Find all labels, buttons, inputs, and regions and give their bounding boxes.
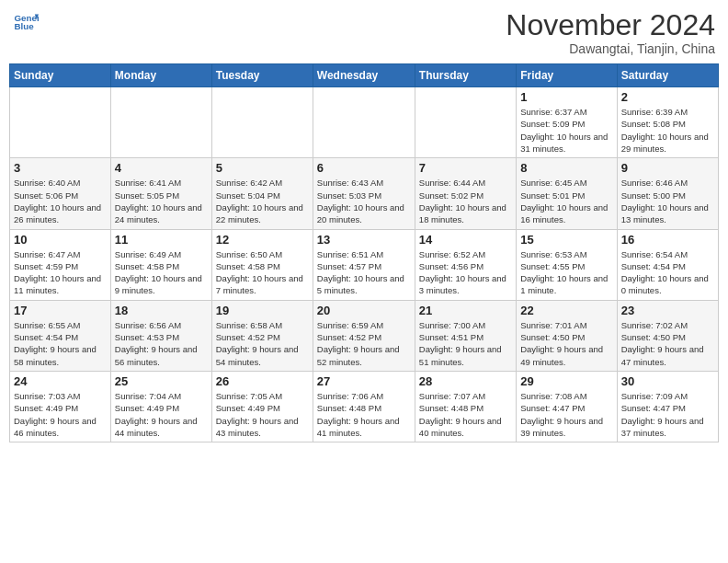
- calendar-day-cell: 16Sunrise: 6:54 AMSunset: 4:54 PMDayligh…: [617, 229, 718, 300]
- calendar-week-row: 10Sunrise: 6:47 AMSunset: 4:59 PMDayligh…: [10, 229, 719, 300]
- day-number: 1: [520, 90, 612, 104]
- day-number: 17: [14, 304, 107, 317]
- day-info: Sunrise: 6:42 AMSunset: 5:04 PMDaylight:…: [216, 177, 309, 225]
- calendar-day-cell: 20Sunrise: 6:59 AMSunset: 4:52 PMDayligh…: [313, 300, 415, 371]
- day-number: 19: [216, 304, 309, 317]
- day-number: 11: [115, 233, 208, 247]
- day-info: Sunrise: 6:37 AMSunset: 5:09 PMDaylight:…: [520, 106, 612, 155]
- day-info: Sunrise: 6:55 AMSunset: 4:54 PMDaylight:…: [14, 319, 107, 368]
- day-info: Sunrise: 6:41 AMSunset: 5:05 PMDaylight:…: [115, 177, 208, 225]
- day-info: Sunrise: 6:44 AMSunset: 5:02 PMDaylight:…: [419, 177, 512, 225]
- day-info: Sunrise: 6:52 AMSunset: 4:56 PMDaylight:…: [419, 248, 512, 297]
- day-number: 24: [14, 374, 107, 388]
- day-info: Sunrise: 6:54 AMSunset: 4:54 PMDaylight:…: [621, 248, 714, 297]
- day-info: Sunrise: 6:47 AMSunset: 4:59 PMDaylight:…: [14, 248, 107, 297]
- day-number: 13: [317, 233, 411, 247]
- day-number: 2: [621, 90, 714, 104]
- day-number: 20: [317, 304, 411, 317]
- calendar-day-cell: 1Sunrise: 6:37 AMSunset: 5:09 PMDaylight…: [517, 87, 617, 158]
- day-info: Sunrise: 7:03 AMSunset: 4:49 PMDaylight:…: [14, 390, 107, 439]
- day-number: 26: [216, 374, 309, 388]
- day-number: 14: [419, 233, 512, 247]
- calendar-day-cell: 23Sunrise: 7:02 AMSunset: 4:50 PMDayligh…: [617, 300, 718, 371]
- location: Dawangtai, Tianjin, China: [506, 41, 715, 56]
- calendar-day-cell: 4Sunrise: 6:41 AMSunset: 5:05 PMDaylight…: [110, 158, 211, 229]
- calendar-day-cell: 10Sunrise: 6:47 AMSunset: 4:59 PMDayligh…: [10, 229, 111, 300]
- weekday-header-cell: Saturday: [617, 64, 718, 87]
- calendar-day-cell: [211, 87, 313, 158]
- calendar-day-cell: 25Sunrise: 7:04 AMSunset: 4:49 PMDayligh…: [110, 371, 211, 442]
- day-number: 29: [520, 374, 612, 388]
- day-info: Sunrise: 7:01 AMSunset: 4:50 PMDaylight:…: [520, 319, 612, 368]
- calendar-table: SundayMondayTuesdayWednesdayThursdayFrid…: [9, 63, 719, 442]
- day-info: Sunrise: 6:58 AMSunset: 4:52 PMDaylight:…: [216, 319, 309, 368]
- calendar-day-cell: 9Sunrise: 6:46 AMSunset: 5:00 PMDaylight…: [617, 158, 718, 229]
- day-info: Sunrise: 6:40 AMSunset: 5:06 PMDaylight:…: [14, 177, 107, 225]
- day-number: 18: [115, 304, 208, 317]
- calendar-week-row: 17Sunrise: 6:55 AMSunset: 4:54 PMDayligh…: [10, 300, 719, 371]
- calendar-day-cell: 11Sunrise: 6:49 AMSunset: 4:58 PMDayligh…: [110, 229, 211, 300]
- day-number: 6: [317, 161, 411, 175]
- day-info: Sunrise: 7:08 AMSunset: 4:47 PMDaylight:…: [520, 390, 612, 439]
- calendar-day-cell: 22Sunrise: 7:01 AMSunset: 4:50 PMDayligh…: [517, 300, 617, 371]
- day-info: Sunrise: 7:02 AMSunset: 4:50 PMDaylight:…: [621, 319, 714, 368]
- calendar-week-row: 24Sunrise: 7:03 AMSunset: 4:49 PMDayligh…: [10, 371, 719, 442]
- calendar-day-cell: 18Sunrise: 6:56 AMSunset: 4:53 PMDayligh…: [110, 300, 211, 371]
- day-number: 9: [621, 161, 714, 175]
- weekday-header-row: SundayMondayTuesdayWednesdayThursdayFrid…: [10, 64, 719, 87]
- calendar-day-cell: 6Sunrise: 6:43 AMSunset: 5:03 PMDaylight…: [313, 158, 415, 229]
- day-info: Sunrise: 6:39 AMSunset: 5:08 PMDaylight:…: [621, 106, 714, 155]
- month-title: November 2024: [506, 9, 715, 41]
- day-info: Sunrise: 7:09 AMSunset: 4:47 PMDaylight:…: [621, 390, 714, 439]
- calendar-day-cell: 8Sunrise: 6:45 AMSunset: 5:01 PMDaylight…: [517, 158, 617, 229]
- day-number: 25: [115, 374, 208, 388]
- day-number: 23: [621, 304, 714, 317]
- day-info: Sunrise: 7:05 AMSunset: 4:49 PMDaylight:…: [216, 390, 309, 439]
- day-number: 21: [419, 304, 512, 317]
- calendar-day-cell: 2Sunrise: 6:39 AMSunset: 5:08 PMDaylight…: [617, 87, 718, 158]
- weekday-header-cell: Thursday: [415, 64, 516, 87]
- day-number: 4: [115, 161, 208, 175]
- svg-text:Blue: Blue: [14, 21, 34, 31]
- day-number: 28: [419, 374, 512, 388]
- calendar-day-cell: 21Sunrise: 7:00 AMSunset: 4:51 PMDayligh…: [415, 300, 516, 371]
- day-number: 3: [14, 161, 107, 175]
- calendar-day-cell: 15Sunrise: 6:53 AMSunset: 4:55 PMDayligh…: [517, 229, 617, 300]
- day-info: Sunrise: 7:06 AMSunset: 4:48 PMDaylight:…: [317, 390, 411, 439]
- calendar-body: 1Sunrise: 6:37 AMSunset: 5:09 PMDaylight…: [10, 87, 719, 442]
- day-info: Sunrise: 6:50 AMSunset: 4:58 PMDaylight:…: [216, 248, 309, 297]
- calendar-day-cell: [313, 87, 415, 158]
- calendar-day-cell: 12Sunrise: 6:50 AMSunset: 4:58 PMDayligh…: [211, 229, 313, 300]
- day-number: 15: [520, 233, 612, 247]
- calendar-day-cell: [110, 87, 211, 158]
- calendar-day-cell: 29Sunrise: 7:08 AMSunset: 4:47 PMDayligh…: [517, 371, 617, 442]
- calendar-day-cell: 5Sunrise: 6:42 AMSunset: 5:04 PMDaylight…: [211, 158, 313, 229]
- calendar-day-cell: [415, 87, 516, 158]
- weekday-header-cell: Monday: [110, 64, 211, 87]
- weekday-header-cell: Wednesday: [313, 64, 415, 87]
- calendar-week-row: 1Sunrise: 6:37 AMSunset: 5:09 PMDaylight…: [10, 87, 719, 158]
- day-number: 22: [520, 304, 612, 317]
- day-number: 5: [216, 161, 309, 175]
- logo: General Blue: [13, 9, 39, 35]
- day-number: 12: [216, 233, 309, 247]
- weekday-header-cell: Sunday: [10, 64, 111, 87]
- day-info: Sunrise: 6:59 AMSunset: 4:52 PMDaylight:…: [317, 319, 411, 368]
- weekday-header-cell: Tuesday: [211, 64, 313, 87]
- weekday-header-cell: Friday: [517, 64, 617, 87]
- day-number: 7: [419, 161, 512, 175]
- day-info: Sunrise: 6:45 AMSunset: 5:01 PMDaylight:…: [520, 177, 612, 225]
- day-number: 10: [14, 233, 107, 247]
- day-number: 27: [317, 374, 411, 388]
- calendar-day-cell: [10, 87, 111, 158]
- calendar-week-row: 3Sunrise: 6:40 AMSunset: 5:06 PMDaylight…: [10, 158, 719, 229]
- day-number: 30: [621, 374, 714, 388]
- logo-icon: General Blue: [13, 9, 39, 35]
- day-info: Sunrise: 6:49 AMSunset: 4:58 PMDaylight:…: [115, 248, 208, 297]
- day-info: Sunrise: 6:56 AMSunset: 4:53 PMDaylight:…: [115, 319, 208, 368]
- calendar-day-cell: 3Sunrise: 6:40 AMSunset: 5:06 PMDaylight…: [10, 158, 111, 229]
- calendar-day-cell: 13Sunrise: 6:51 AMSunset: 4:57 PMDayligh…: [313, 229, 415, 300]
- day-number: 16: [621, 233, 714, 247]
- title-block: November 2024 Dawangtai, Tianjin, China: [506, 9, 715, 56]
- day-info: Sunrise: 7:04 AMSunset: 4:49 PMDaylight:…: [115, 390, 208, 439]
